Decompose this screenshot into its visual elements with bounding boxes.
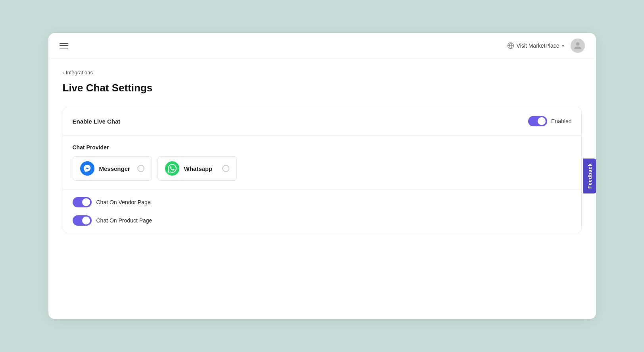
settings-card: Enable Live Chat Enabled Chat Provider [63,107,582,233]
marketplace-link[interactable]: Visit MarketPlace ▾ [507,42,564,49]
provider-options: Messenger Whatsapp [73,156,572,181]
vendor-toggle-slider [73,197,92,207]
product-page-toggle[interactable] [73,215,92,226]
whatsapp-provider-card[interactable]: Whatsapp [158,156,237,181]
whatsapp-icon-bg [165,161,179,176]
messenger-icon-bg [80,161,94,176]
enable-live-chat-label: Enable Live Chat [73,118,121,125]
avatar-icon [573,41,582,50]
enable-live-chat-toggle[interactable] [528,116,547,126]
main-content: ‹ Integrations Live Chat Settings Enable… [48,58,596,244]
toggle-slider [528,116,547,126]
whatsapp-label: Whatsapp [184,165,217,172]
user-avatar[interactable] [571,39,585,53]
messenger-label: Messenger [99,165,133,172]
enable-live-chat-toggle-wrapper: Enabled [528,116,571,126]
feedback-button[interactable]: Feedback [583,159,596,193]
breadcrumb: ‹ Integrations [63,70,582,75]
product-page-label: Chat On Product Page [96,217,152,224]
vendor-page-toggle[interactable] [73,197,92,207]
enable-live-chat-row: Enable Live Chat Enabled [63,107,581,135]
vendor-page-row: Chat On Vendor Page [63,190,581,211]
breadcrumb-chevron-icon: ‹ [63,70,64,75]
header-right: Visit MarketPlace ▾ [507,39,585,53]
product-toggle-slider [73,215,92,226]
app-window: Visit MarketPlace ▾ ‹ Integrations Live … [48,33,596,319]
messenger-provider-card[interactable]: Messenger [73,156,152,181]
chat-provider-section: Chat Provider Messenger [63,135,581,190]
chat-provider-label: Chat Provider [73,144,572,151]
globe-icon [507,42,514,49]
chevron-down-icon: ▾ [562,43,564,48]
header: Visit MarketPlace ▾ [48,33,596,58]
hamburger-menu-button[interactable] [60,43,68,48]
marketplace-label: Visit MarketPlace [517,43,559,49]
product-page-row: Chat On Product Page [63,211,581,233]
enable-live-chat-status: Enabled [551,118,571,124]
messenger-icon [83,164,92,173]
page-title: Live Chat Settings [63,82,582,94]
whatsapp-icon [168,164,177,173]
breadcrumb-integrations-link[interactable]: Integrations [66,70,93,75]
messenger-radio[interactable] [137,165,144,172]
vendor-page-label: Chat On Vendor Page [96,199,151,205]
whatsapp-radio[interactable] [222,165,229,172]
